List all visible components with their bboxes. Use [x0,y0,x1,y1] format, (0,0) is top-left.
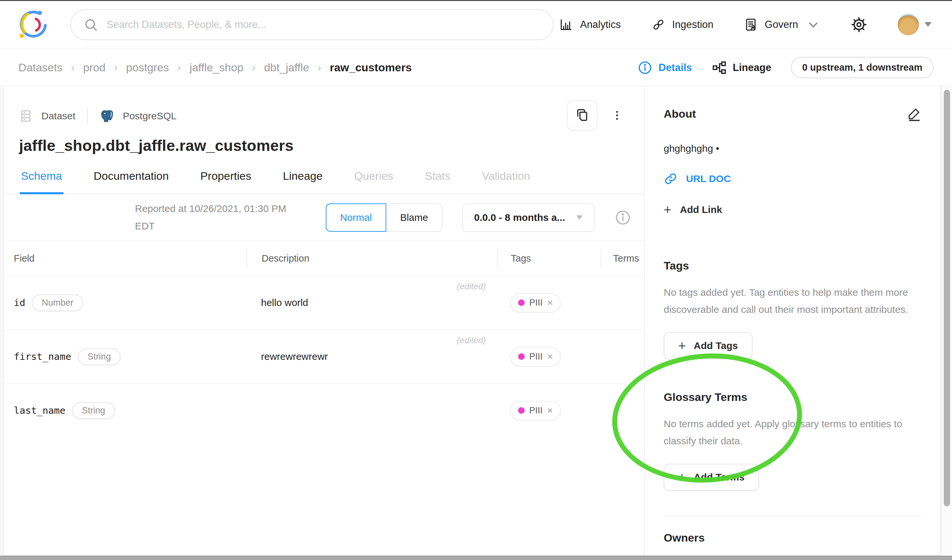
version-selected-value: 0.0.0 - 8 months a... [474,212,565,223]
description-text: hello world [261,297,308,308]
tags-heading: Tags [664,259,922,272]
copy-icon [575,108,590,123]
add-terms-button[interactable]: + Add Terms [664,464,759,491]
tag-color-dot [518,407,525,414]
datahub-logo[interactable] [19,9,49,40]
tag-pill[interactable]: PIII × [510,293,561,313]
breadcrumb-prod[interactable]: prod [83,61,105,74]
main-panel: Dataset PostgreSQL jaffle_shop.dbt_jaffl… [4,87,644,555]
details-view-button[interactable]: Details [637,60,692,75]
window-bottom-edge [0,556,952,560]
about-description[interactable]: ghghghghg • [664,143,922,154]
copy-urn-button[interactable] [567,100,597,131]
search-icon [83,17,98,32]
lineage-view-button[interactable]: Lineage [712,60,771,75]
column-header-terms: Terms [601,248,644,268]
window-top-edge [0,0,952,1]
breadcrumb-raw-customers: raw_customers [330,61,411,74]
version-dropdown[interactable]: 0.0.0 - 8 months a... [462,204,595,232]
terms-cell[interactable] [601,384,644,437]
tags-cell: PIII × [497,384,601,437]
info-circle-icon [637,60,652,75]
avatar[interactable] [898,14,919,35]
search-bar[interactable] [70,9,553,40]
glossary-terms-heading: Glossary Terms [664,391,922,404]
remove-tag-icon[interactable]: × [547,298,553,308]
lineage-count-badge[interactable]: 0 upstream, 1 downstream [791,57,933,78]
nav-right: Analytics Ingestion Govern [559,14,932,35]
search-input[interactable] [107,19,541,31]
section-divider [664,516,922,516]
pipeline-icon [651,17,666,32]
tags-cell: PIII × [497,330,601,383]
field-cell: first_name String [4,330,247,383]
entity-type-row: Dataset PostgreSQL [19,108,628,125]
about-section-header: About [664,106,922,121]
caret-down-icon [576,215,583,220]
glossary-empty-text: No terms added yet. Apply glossary terms… [664,415,922,449]
schema-info-icon[interactable] [614,209,632,226]
description-cell[interactable] [247,384,497,437]
edited-label: (edited) [457,281,486,292]
breadcrumb-datasets[interactable]: Datasets [19,61,62,74]
description-cell[interactable]: (edited) rewrewrewrewr [247,330,497,383]
url-doc-link[interactable]: URL DOC [664,172,922,186]
tag-pill[interactable]: PIII × [510,347,561,366]
field-name: id [14,297,25,308]
blame-toggle-button[interactable]: Blame [386,204,442,232]
description-cell[interactable]: (edited) hello world [247,276,497,329]
tab-lineage[interactable]: Lineage [281,170,324,194]
tab-validation: Validation [481,170,532,194]
field-name: last_name [14,405,65,416]
breadcrumb-postgres[interactable]: postgres [126,61,169,74]
chevron-down-icon [806,17,821,32]
tag-label: PIII [529,298,543,308]
entity-tabs: Schema Documentation Properties Lineage … [4,170,644,194]
nav-analytics-label: Analytics [580,19,621,31]
more-options-menu[interactable] [610,106,624,125]
plus-icon: + [678,472,686,483]
table-row: id Number (edited) hello world PIII × [4,275,644,329]
entity-card: Dataset PostgreSQL jaffle_shop.dbt_jaffl… [3,87,941,556]
field-cell: last_name String [4,384,247,437]
nav-ingestion[interactable]: Ingestion [651,17,714,32]
field-type-pill: String [78,349,121,365]
tab-documentation[interactable]: Documentation [93,170,170,194]
terms-cell[interactable] [601,276,644,329]
column-header-tags: Tags [497,248,601,268]
remove-tag-icon[interactable]: × [547,406,553,415]
normal-toggle-button[interactable]: Normal [326,204,386,232]
url-doc-label: URL DOC [686,173,731,184]
entity-header-actions [567,100,624,131]
view-actions: Details Lineage 0 upstream, 1 downstream [637,57,933,78]
edit-pencil-icon[interactable] [907,106,922,121]
nav-govern[interactable]: Govern [743,17,821,32]
description-text: rewrewrewrewr [261,351,328,362]
page-background: Dataset PostgreSQL jaffle_shop.dbt_jaffl… [0,87,952,556]
tab-schema[interactable]: Schema [20,170,63,194]
tag-pill[interactable]: PIII × [510,401,561,420]
tag-label: PIII [529,406,543,416]
reported-at-text: Reported at 10/26/2021, 01:30 PM EDT [135,200,306,234]
breadcrumb-jaffle-shop[interactable]: jaffle_shop [190,61,244,74]
remove-tag-icon[interactable]: × [547,352,553,361]
settings-gear-icon[interactable] [851,17,867,33]
add-tags-label: Add Tags [694,340,738,351]
terms-cell[interactable] [601,330,644,383]
breadcrumb: Datasets › prod › postgres › jaffle_shop… [19,61,412,74]
tab-queries: Queries [353,170,394,194]
scrollbar-thumb[interactable] [944,90,950,506]
table-row: last_name String PIII × [4,383,644,437]
postgresql-logo [100,109,114,123]
column-header-field: Field [4,248,247,268]
nav-analytics[interactable]: Analytics [559,17,621,32]
divider [87,108,88,125]
breadcrumb-dbt-jaffle[interactable]: dbt_jaffle [264,61,309,74]
tab-properties[interactable]: Properties [199,170,252,194]
add-tags-button[interactable]: + Add Tags [664,332,753,359]
entity-title: jaffle_shop.dbt_jaffle.raw_customers [19,136,628,154]
breadcrumb-separator: › [252,62,255,74]
plus-icon: + [678,341,686,351]
add-link-button[interactable]: + Add Link [664,204,922,215]
user-menu[interactable] [898,14,932,35]
